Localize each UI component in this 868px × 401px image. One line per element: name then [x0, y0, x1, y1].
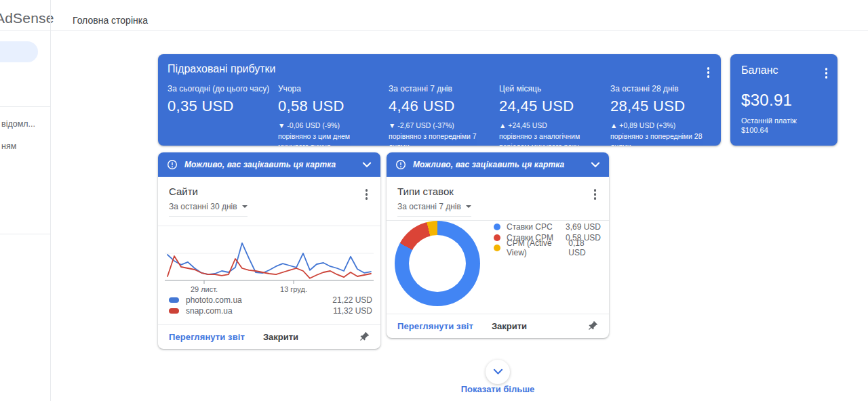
- balance-menu-button[interactable]: [823, 66, 830, 81]
- legend-value: 21,22 USD: [332, 295, 372, 305]
- legend-label: phototo.com.ua: [186, 295, 242, 305]
- legend-row: phototo.com.ua 21,22 USD: [169, 295, 372, 305]
- legend-dot-blue: [494, 224, 500, 230]
- earnings-column-value: 24,45 USD: [499, 98, 606, 115]
- balance-card-title: Баланс: [741, 64, 778, 77]
- suggestion-banner-text: Можливо, вас зацікавить ця картка: [413, 160, 564, 169]
- suggestion-banner[interactable]: Можливо, вас зацікавить ця картка: [387, 152, 609, 177]
- earnings-column-yesterday: Учора 0,58 USD ▼ -0,06 USD (-9%) порівня…: [278, 84, 385, 146]
- view-report-link[interactable]: Переглянути звіт: [397, 321, 473, 331]
- legend-swatch-blue: [169, 297, 179, 303]
- legend-dot-red: [494, 234, 500, 241]
- sites-period-dropdown[interactable]: За останні 30 днів: [169, 202, 248, 217]
- legend-value: 11,32 USD: [333, 306, 372, 316]
- new-releases-icon: [167, 159, 178, 170]
- legend-value: 0,18 USD: [568, 238, 601, 257]
- close-button[interactable]: Закрити: [263, 332, 298, 342]
- earnings-column-label: За сьогодні (до цього часу): [167, 84, 275, 93]
- balance-amount: $30.91: [741, 91, 792, 110]
- bid-types-card-title: Типи ставок: [397, 186, 454, 197]
- legend-dot-yellow: [494, 245, 500, 251]
- sites-period-label: За останні 30 днів: [169, 202, 237, 211]
- adsense-logo[interactable]: AdSense: [0, 10, 54, 26]
- earnings-card-title: Підраховані прибутки: [167, 63, 276, 75]
- header-divider: [0, 30, 868, 31]
- bid-types-menu-button[interactable]: [592, 187, 599, 202]
- earnings-menu-button[interactable]: [705, 65, 712, 80]
- earnings-column-label: Цей місяць: [499, 84, 606, 93]
- sites-card-title: Сайти: [169, 186, 198, 197]
- earnings-column-value: 4,46 USD: [389, 98, 496, 115]
- sidebar-section-divider-2: [0, 234, 50, 234]
- last-payment-label: Останній платіж: [741, 117, 797, 125]
- earnings-column-delta: ▼ -2,67 USD (-37%): [389, 121, 496, 131]
- pin-button[interactable]: [358, 331, 370, 343]
- bid-types-donut-chart: [395, 221, 480, 306]
- legend-label: Ставки CPC: [507, 222, 553, 232]
- earnings-column-delta: ▲ +0,89 USD (+3%): [610, 121, 717, 131]
- chevron-down-icon: [493, 368, 503, 375]
- estimated-earnings-card: Підраховані прибутки За сьогодні (до цьо…: [158, 54, 721, 146]
- earnings-column-value: 0,35 USD: [167, 98, 275, 115]
- sites-menu-button[interactable]: [363, 187, 370, 202]
- sites-line-chart: 29 лист.13 груд.: [158, 226, 380, 295]
- legend-swatch-red: [169, 308, 179, 314]
- earnings-column-value: 0,58 USD: [278, 98, 385, 115]
- legend-label: snap.com.ua: [186, 306, 233, 316]
- legend-label: CPM (Active View): [507, 238, 568, 257]
- pin-button[interactable]: [587, 320, 598, 332]
- page-title: Головна сторінка: [73, 15, 148, 26]
- balance-card: Баланс $30.91 Останній платіж $100.64: [730, 54, 837, 146]
- earnings-column-value: 28,45 USD: [610, 98, 717, 115]
- show-more-button[interactable]: [486, 360, 510, 384]
- legend-row: Ставки CPC 3,69 USD: [494, 222, 601, 232]
- sites-card-footer: Переглянути звіт Закрити: [158, 324, 380, 349]
- earnings-column-delta: ▲ +24,45 USD: [499, 121, 606, 131]
- sidebar-active-item[interactable]: [0, 41, 38, 62]
- donut-hole: [409, 235, 466, 292]
- earnings-column-month: Цей місяць 24,45 USD ▲ +24,45 USD порівн…: [499, 84, 606, 146]
- earnings-column-label: Учора: [278, 84, 385, 93]
- view-report-link[interactable]: Переглянути звіт: [169, 332, 245, 342]
- legend-row: CPM (Active View) 0,18 USD: [494, 243, 601, 253]
- svg-text:29 лист.: 29 лист.: [191, 285, 218, 293]
- suggestion-banner[interactable]: Можливо, вас зацікавить ця картка: [158, 152, 380, 177]
- push-pin-icon: [587, 320, 598, 332]
- new-releases-icon: [395, 159, 406, 170]
- chart-top-divider: [387, 220, 609, 221]
- earnings-column-note: порівняно з попередніми 7 днями: [389, 131, 492, 146]
- legend-value: 3,69 USD: [566, 222, 601, 232]
- earnings-column-7days: За останні 7 днів 4,46 USD ▼ -2,67 USD (…: [389, 84, 496, 146]
- sidebar-item-partial[interactable]: ням: [1, 142, 16, 151]
- earnings-column-delta: ▼ -0,06 USD (-9%): [278, 121, 385, 131]
- dropdown-caret-icon: [242, 205, 248, 208]
- bid-types-period-label: За останні 7 днів: [397, 202, 461, 211]
- earnings-column-today: За сьогодні (до цього часу) 0,35 USD: [167, 84, 275, 115]
- earnings-column-note: порівняно з аналогічним періодом минулог…: [499, 131, 602, 146]
- svg-text:13 груд.: 13 груд.: [280, 285, 307, 293]
- earnings-column-label: За останні 28 днів: [610, 84, 717, 93]
- sidebar-divider: [50, 0, 51, 401]
- bid-types-card-footer: Переглянути звіт Закрити: [387, 314, 609, 338]
- sites-card: Можливо, вас зацікавить ця картка Сайти …: [158, 152, 380, 349]
- push-pin-icon: [358, 331, 370, 343]
- earnings-column-label: За останні 7 днів: [389, 84, 496, 93]
- close-button[interactable]: Закрити: [492, 321, 527, 331]
- show-more-label[interactable]: Показати більше: [443, 384, 552, 394]
- bid-types-period-dropdown[interactable]: За останні 7 днів: [397, 202, 471, 217]
- earnings-column-note: порівняно з цим днем минулого тижня: [278, 131, 381, 146]
- legend-row: snap.com.ua 11,32 USD: [169, 305, 372, 316]
- sidebar-item-notifications[interactable]: відомл...: [1, 119, 35, 129]
- banner-collapse-chevron-icon[interactable]: [591, 162, 600, 168]
- sidebar-section-divider: [0, 106, 50, 107]
- adsense-home-page: AdSense Головна сторінка відомл... ням П…: [0, 0, 868, 401]
- suggestion-banner-text: Можливо, вас зацікавить ця картка: [184, 160, 336, 169]
- earnings-column-note: порівняно з попередніми 28 днями: [610, 131, 713, 146]
- last-payment-amount: $100.64: [741, 126, 768, 134]
- dropdown-caret-icon: [466, 205, 471, 208]
- banner-collapse-chevron-icon[interactable]: [362, 162, 372, 168]
- earnings-column-28days: За останні 28 днів 28,45 USD ▲ +0,89 USD…: [610, 84, 717, 146]
- bid-types-card: Можливо, вас зацікавить ця картка Типи с…: [387, 152, 609, 338]
